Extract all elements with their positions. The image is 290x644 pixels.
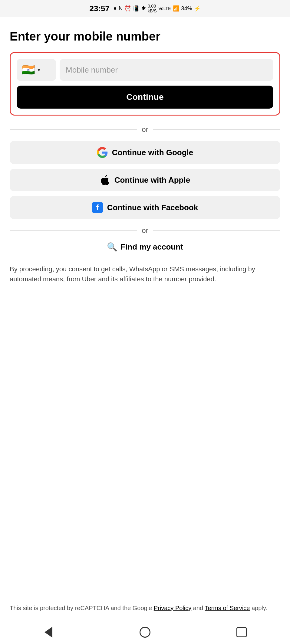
divider-1: or [10,125,280,134]
divider-line-left-2 [10,230,137,231]
phone-number-input[interactable] [60,59,273,81]
data-speed-icon: 0.00kB/S [148,4,157,13]
page-title: Enter your mobile number [10,29,280,44]
india-flag-icon: 🇮🇳 [21,64,35,76]
status-bar: 23:57 N ⏰ 📳 ✱ 0.00kB/S VoLTE 📶 34% ⚡ [0,0,290,17]
apple-signin-button[interactable]: Continue with Apple [10,169,280,191]
home-circle-icon [140,627,150,638]
divider-line-right-2 [153,230,280,231]
google-signin-button[interactable]: Continue with Google [10,141,280,164]
recents-button[interactable] [234,625,249,640]
facebook-icon: f [92,202,103,213]
status-time: 23:57 [89,4,110,13]
continue-button[interactable]: Continue [17,86,273,109]
divider-text-2: or [142,226,148,235]
footer-text: This site is protected by reCAPTCHA and … [0,596,290,620]
google-button-label: Continue with Google [112,148,193,157]
nfc-icon: N [119,5,123,12]
footer-and-text: and [191,605,205,611]
signal-icon: 📶 [173,5,180,12]
back-triangle-icon [44,627,52,638]
dropdown-arrow-icon: ▾ [38,67,40,73]
find-account-text: Find my account [120,242,183,252]
recents-square-icon [236,627,247,637]
footer-apply-text: apply. [250,605,267,611]
vibrate-icon: 📳 [133,5,140,12]
divider-line-left-1 [10,129,137,130]
apple-icon [100,175,110,185]
lte-icon: VoLTE [159,6,171,11]
status-icons: N ⏰ 📳 ✱ 0.00kB/S VoLTE 📶 34% ⚡ [119,4,201,13]
back-button[interactable] [41,625,56,640]
bluetooth-icon: ✱ [141,5,146,12]
search-icon: 🔍 [107,242,117,252]
status-dot [114,7,116,10]
divider-line-right-1 [153,129,280,130]
phone-input-row: 🇮🇳 ▾ [17,59,273,81]
google-icon [97,147,108,158]
facebook-icon-box: f [92,202,103,213]
battery-bolt-icon: ⚡ [194,5,201,12]
country-selector-button[interactable]: 🇮🇳 ▾ [17,59,56,81]
alarm-icon: ⏰ [124,5,131,12]
divider-text-1: or [142,125,148,134]
phone-section: 🇮🇳 ▾ Continue [10,52,280,116]
nav-bar [0,620,290,644]
divider-2: or [10,226,280,235]
privacy-policy-link[interactable]: Privacy Policy [154,605,191,611]
main-content: Enter your mobile number 🇮🇳 ▾ Continue o… [0,17,290,596]
battery-text: 34% [181,5,192,12]
consent-text: By proceeding, you consent to get calls,… [10,264,280,284]
footer-recaptcha-text: This site is protected by reCAPTCHA and … [10,605,154,611]
home-button[interactable] [137,625,153,640]
facebook-signin-button[interactable]: f Continue with Facebook [10,196,280,219]
find-account-row[interactable]: 🔍 Find my account [10,242,280,252]
apple-button-label: Continue with Apple [114,175,190,185]
facebook-button-label: Continue with Facebook [107,203,198,212]
terms-of-service-link[interactable]: Terms of Service [205,605,250,611]
